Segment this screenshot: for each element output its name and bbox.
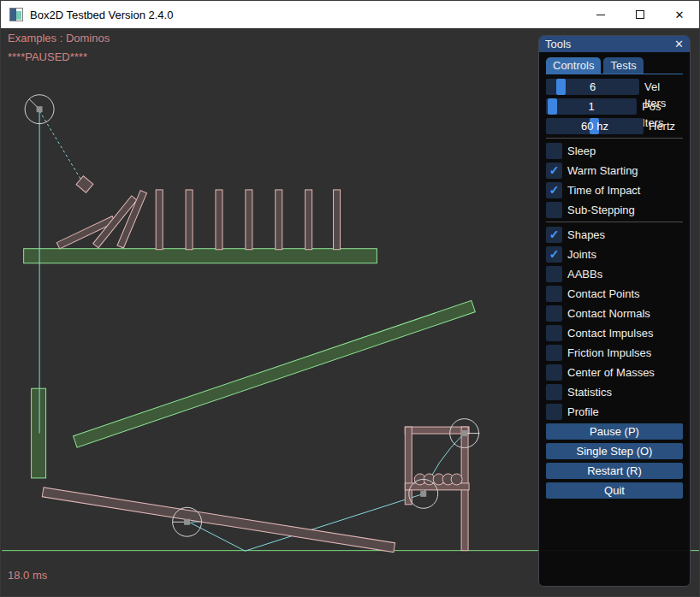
hertz-slider[interactable]: 60 hz <box>546 118 644 134</box>
close-button[interactable]: ✕ <box>660 1 699 28</box>
checkbox-contact-points[interactable]: ✓ Contact Points <box>546 286 683 302</box>
checkbox-aabbs[interactable]: ✓ AABBs <box>546 266 683 282</box>
anchor-squares <box>37 106 467 525</box>
checkbox-label: Contact Impulses <box>567 325 653 341</box>
paused-label: ****PAUSED**** <box>8 50 87 63</box>
window-title: Box2D Testbed Version 2.4.0 <box>30 9 173 21</box>
checkbox-label: Time of Impact <box>567 182 640 198</box>
frame-top-bar <box>405 427 469 434</box>
checkbox-label: Sub-Stepping <box>567 202 635 218</box>
slider-row: 6 Vel Iters <box>546 79 683 95</box>
slider-row: 60 hz Hertz <box>546 118 683 134</box>
checkbox-label: Profile <box>567 404 599 420</box>
checkbox-joints[interactable]: ✓ Joints <box>546 246 683 263</box>
checkbox-label: Friction Impulses <box>567 345 651 361</box>
upright-domino <box>276 190 282 250</box>
os-titlebar[interactable]: Box2D Testbed Version 2.4.0 ✕ <box>1 1 699 28</box>
checkbox-box[interactable]: ✓ <box>546 384 562 400</box>
checkbox-statistics[interactable]: ✓ Statistics <box>546 384 683 400</box>
checkbox-box[interactable]: ✓ <box>546 286 562 302</box>
slider-value: 1 <box>546 98 637 115</box>
upright-domino <box>334 190 341 250</box>
checkbox-friction-impulses[interactable]: ✓ Friction Impulses <box>546 345 683 361</box>
check-icon: ✓ <box>549 163 560 179</box>
checkbox-box[interactable]: ✓ <box>546 246 562 263</box>
separator <box>546 222 683 222</box>
maximize-icon <box>636 10 644 19</box>
checkbox-box[interactable]: ✓ <box>546 202 562 218</box>
checkbox-sleep[interactable]: ✓ Sleep <box>546 143 683 159</box>
separator <box>546 138 683 139</box>
tab-tests[interactable]: Tests <box>603 57 643 74</box>
vel-iters-slider[interactable]: 6 <box>546 79 639 95</box>
frame-left-post <box>405 427 412 505</box>
dominoes <box>56 176 340 250</box>
upright-domino <box>246 190 252 250</box>
check-icon: ✓ <box>549 182 560 198</box>
upright-domino <box>216 190 222 250</box>
app-icon <box>9 8 23 21</box>
solver-sliders: 6 Vel Iters 1 Pos Iters <box>546 79 683 134</box>
checkbox-label: Center of Masses <box>567 364 655 381</box>
slider-label: Vel Iters <box>644 79 683 95</box>
check-icon: ✓ <box>549 246 560 263</box>
slider-label: Pos Iters <box>642 98 683 115</box>
upright-domino <box>156 190 163 250</box>
single-step-button[interactable]: Single Step (O) <box>546 443 683 459</box>
checkbox-box[interactable]: ✓ <box>546 143 562 159</box>
checkbox-box[interactable]: ✓ <box>546 182 562 198</box>
checkbox-sub-stepping[interactable]: ✓ Sub-Stepping <box>546 202 683 218</box>
tools-title: Tools <box>545 36 674 52</box>
checkbox-label: Joints <box>567 246 596 263</box>
testbed-viewport: Examples : Dominos ****PAUSED**** 18.0 m… <box>1 28 699 596</box>
pause-button[interactable]: Pause (P) <box>546 423 683 440</box>
close-icon: ✕ <box>675 9 685 21</box>
example-label: Examples : Dominos <box>8 32 110 44</box>
check-icon: ✓ <box>549 227 560 243</box>
quit-button[interactable]: Quit <box>546 482 683 499</box>
checkbox-label: Warm Starting <box>567 163 638 179</box>
tall-green-block <box>32 388 46 478</box>
checkbox-box[interactable]: ✓ <box>546 305 562 322</box>
tools-close-icon[interactable]: ✕ <box>674 38 684 50</box>
checkbox-box[interactable]: ✓ <box>546 266 562 282</box>
checkbox-contact-normals[interactable]: ✓ Contact Normals <box>546 305 683 322</box>
checkbox-box[interactable]: ✓ <box>546 345 562 361</box>
checkbox-box[interactable]: ✓ <box>546 325 562 341</box>
slider-label: Hertz <box>649 118 675 134</box>
upright-domino <box>186 190 193 250</box>
pendulum-bob <box>76 176 93 193</box>
checkbox-box[interactable]: ✓ <box>546 364 562 381</box>
checkbox-box[interactable]: ✓ <box>546 404 562 420</box>
frame-time-label: 18.0 ms <box>8 569 47 582</box>
restart-button[interactable]: Restart (R) <box>546 463 683 479</box>
minimize-button[interactable] <box>581 1 620 28</box>
domino-platform <box>24 249 377 263</box>
checkbox-time-of-impact[interactable]: ✓ Time of Impact <box>546 182 683 198</box>
checkbox-shapes[interactable]: ✓ Shapes <box>546 227 683 243</box>
checkbox-label: AABBs <box>567 266 602 282</box>
tools-tabs: Controls Tests <box>546 57 683 74</box>
minimize-icon <box>596 15 605 15</box>
slider-value: 6 <box>546 79 639 95</box>
checkbox-label: Shapes <box>567 227 605 243</box>
tab-controls[interactable]: Controls <box>546 57 601 74</box>
checkbox-label: Contact Points <box>567 286 640 302</box>
checkbox-contact-impulses[interactable]: ✓ Contact Impulses <box>546 325 683 341</box>
tools-body: Controls Tests 6 Vel Iters 1 <box>539 52 690 499</box>
maximize-button[interactable] <box>620 1 660 28</box>
checkbox-center-of-masses[interactable]: ✓ Center of Masses <box>546 364 683 381</box>
checkbox-label: Statistics <box>567 384 612 400</box>
checkbox-profile[interactable]: ✓ Profile <box>546 404 683 420</box>
checkbox-label: Contact Normals <box>567 305 650 322</box>
checkbox-box[interactable]: ✓ <box>546 227 562 243</box>
pos-iters-slider[interactable]: 1 <box>546 98 637 115</box>
tools-titlebar[interactable]: Tools ✕ <box>539 36 690 52</box>
upright-domino <box>306 190 312 250</box>
app-window: Box2D Testbed Version 2.4.0 ✕ <box>0 0 700 597</box>
tools-panel: Tools ✕ Controls Tests 6 Vel Iters <box>538 35 691 587</box>
checkbox-warm-starting[interactable]: ✓ Warm Starting <box>546 163 683 179</box>
checkbox-box[interactable]: ✓ <box>546 163 562 179</box>
pendulum-joint-line <box>39 111 81 180</box>
angled-green-plank <box>74 300 476 447</box>
